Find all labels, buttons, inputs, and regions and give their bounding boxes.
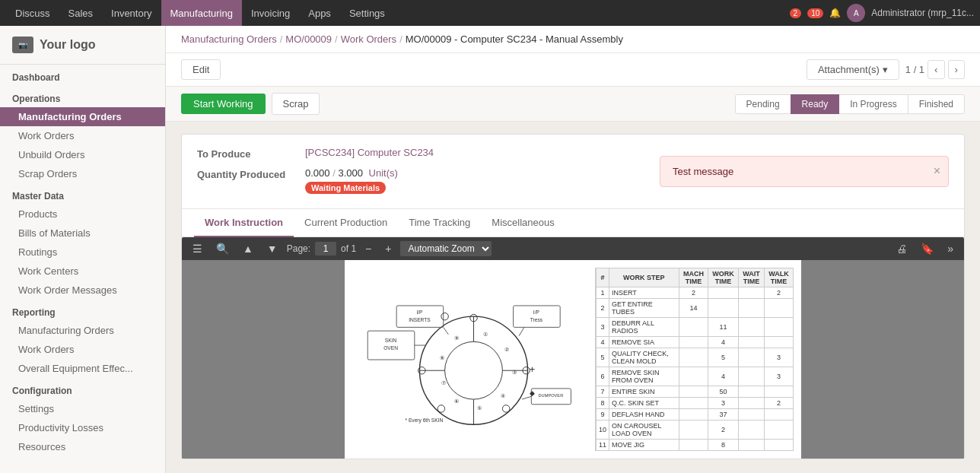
- pdf-bookmark-btn[interactable]: 🔖: [916, 240, 938, 257]
- work-step-cell: 11: [597, 440, 609, 451]
- avatar: A: [847, 4, 865, 22]
- svg-text:+: +: [529, 363, 535, 375]
- work-step-row: 5QUALITY CHECK, CLEAN MOLD53: [597, 348, 794, 367]
- work-step-cell: DEFLASH HAND: [609, 409, 679, 421]
- next-button[interactable]: ›: [948, 60, 965, 79]
- pdf-viewer: ☰ 🔍 ▲ ▼ Page: of 1 − + Automatic Zoom: [182, 237, 964, 459]
- svg-text:③: ③: [512, 369, 517, 374]
- tab-miscellaneous[interactable]: Miscellaneous: [481, 209, 565, 237]
- sidebar-item-reporting-work-orders[interactable]: Work Orders: [0, 340, 165, 359]
- edit-button[interactable]: Edit: [181, 59, 221, 80]
- col-work-step: WORK STEP: [609, 268, 679, 287]
- work-step-cell: [739, 318, 765, 337]
- pdf-zoom-out-btn[interactable]: −: [361, 240, 376, 257]
- stage-ready[interactable]: Ready: [791, 94, 840, 114]
- pdf-toolbar: ☰ 🔍 ▲ ▼ Page: of 1 − + Automatic Zoom: [182, 237, 964, 260]
- breadcrumb-work-orders[interactable]: Work Orders: [341, 33, 396, 45]
- sidebar-item-bills-of-materials[interactable]: Bills of Materials: [0, 224, 165, 243]
- work-step-cell: [679, 318, 708, 337]
- tab-time-tracking[interactable]: Time Tracking: [398, 209, 481, 237]
- nav-discuss[interactable]: Discuss: [6, 0, 59, 26]
- work-step-cell: [765, 421, 794, 440]
- work-step-row: 8Q.C. SKIN SET32: [597, 398, 794, 409]
- nav-apps[interactable]: Apps: [299, 0, 340, 26]
- work-step-cell: 50: [708, 386, 739, 398]
- prev-button[interactable]: ‹: [928, 60, 944, 79]
- pdf-next-page-btn[interactable]: ▼: [262, 240, 282, 257]
- nav-inventory[interactable]: Inventory: [102, 0, 161, 26]
- sidebar-item-oee[interactable]: Overall Equipment Effec...: [0, 359, 165, 378]
- sidebar-section-dashboard: Dashboard: [0, 65, 165, 86]
- pdf-print-btn[interactable]: 🖨: [892, 240, 912, 257]
- work-step-cell: [679, 337, 708, 348]
- pdf-more-btn[interactable]: »: [943, 240, 958, 257]
- work-step-cell: 2: [765, 287, 794, 299]
- start-working-button[interactable]: Start Working: [181, 94, 266, 114]
- work-step-cell: [739, 367, 765, 386]
- nav-invoicing[interactable]: Invoicing: [242, 0, 299, 26]
- sidebar-item-resources[interactable]: Resources: [0, 437, 165, 456]
- pdf-page-input[interactable]: [315, 242, 336, 256]
- sidebar-item-manufacturing-orders[interactable]: Manufacturing Orders: [0, 107, 165, 126]
- sidebar-item-productivity-losses[interactable]: Productivity Losses: [0, 418, 165, 437]
- qty-produced-row: Quantity Produced 0.000 / 3.000 Unit(s) …: [197, 167, 644, 194]
- sidebar-item-config-settings[interactable]: Settings: [0, 399, 165, 418]
- sidebar-item-scrap-orders[interactable]: Scrap Orders: [0, 164, 165, 183]
- work-step-row: 9DEFLASH HAND37: [597, 409, 794, 421]
- breadcrumb-sep-1: /: [280, 33, 283, 45]
- tab-work-instruction[interactable]: Work Instruction: [194, 209, 294, 237]
- sidebar-item-routings[interactable]: Routings: [0, 243, 165, 262]
- pdf-prev-page-btn[interactable]: ▲: [238, 240, 258, 257]
- stage-pending[interactable]: Pending: [735, 94, 791, 114]
- svg-point-18: [441, 313, 448, 319]
- work-steps-table: # WORK STEP MACH TIME WORK TIME WAIT TIM…: [596, 268, 794, 451]
- work-step-cell: 5: [597, 348, 609, 367]
- sidebar-item-reporting-mfg-orders[interactable]: Manufacturing Orders: [0, 321, 165, 340]
- svg-text:DUMPOVER: DUMPOVER: [538, 393, 563, 398]
- alert-close-button[interactable]: ×: [934, 164, 940, 178]
- user-name[interactable]: Administrator (mrp_11c...: [871, 8, 974, 18]
- sidebar-item-work-orders[interactable]: Work Orders: [0, 126, 165, 145]
- breadcrumb-mfg-orders[interactable]: Manufacturing Orders: [181, 33, 277, 45]
- nav-settings[interactable]: Settings: [340, 0, 394, 26]
- logo-text: Your logo: [40, 38, 95, 52]
- pdf-sidebar-btn[interactable]: ☰: [188, 240, 207, 257]
- badge-c2[interactable]: 2: [790, 8, 802, 18]
- sidebar-section-reporting: Reporting: [0, 300, 165, 321]
- sidebar-section-master-data: Master Data: [0, 183, 165, 205]
- stage-finished[interactable]: Finished: [908, 94, 965, 114]
- work-step-cell: [708, 299, 739, 318]
- breadcrumb-current: MO/00009 - Computer SC234 - Manual Assem…: [406, 33, 623, 45]
- alert-message: Test message: [673, 166, 733, 177]
- qty-unit: Unit(s): [369, 167, 398, 179]
- tab-current-production[interactable]: Current Production: [294, 209, 398, 237]
- work-step-cell: [739, 337, 765, 348]
- work-step-cell: [679, 409, 708, 421]
- machine-sketch: SKIN OVEN I/P INSERTS: [352, 268, 596, 451]
- sidebar-item-work-order-messages[interactable]: Work Order Messages: [0, 281, 165, 300]
- work-step-row: 10ON CAROUSEL LOAD OVEN2: [597, 421, 794, 440]
- col-work-time: WORK TIME: [708, 268, 739, 287]
- stage-in-progress[interactable]: In Progress: [838, 94, 908, 114]
- nav-sales[interactable]: Sales: [59, 0, 103, 26]
- qty-value-group: 0.000 / 3.000 Unit(s) Waiting Materials: [305, 167, 398, 194]
- scrap-button[interactable]: Scrap: [272, 93, 320, 115]
- work-step-cell: 14: [679, 299, 708, 318]
- sidebar-item-products[interactable]: Products: [0, 205, 165, 224]
- svg-text:⑥: ⑥: [454, 398, 459, 403]
- sidebar-item-unbuild-orders[interactable]: Unbuild Orders: [0, 145, 165, 164]
- to-produce-value[interactable]: [PCSC234] Computer SC234: [305, 147, 434, 158]
- attachment-button[interactable]: Attachment(s) ▾: [807, 59, 899, 80]
- work-step-cell: GET ENTIRE TUBES: [609, 299, 679, 318]
- svg-text:⑨: ⑨: [454, 335, 459, 341]
- work-step-cell: [679, 386, 708, 398]
- badge-10[interactable]: 10: [807, 8, 823, 18]
- pdf-zoom-in-btn[interactable]: +: [380, 240, 396, 257]
- nav-manufacturing[interactable]: Manufacturing: [161, 0, 242, 26]
- pdf-search-btn[interactable]: 🔍: [212, 240, 234, 257]
- sidebar-item-work-centers[interactable]: Work Centers: [0, 262, 165, 281]
- breadcrumb-mo[interactable]: MO/00009: [285, 33, 332, 45]
- pdf-zoom-select[interactable]: Automatic Zoom: [400, 241, 492, 256]
- work-step-row: 4REMOVE SIA4: [597, 337, 794, 348]
- notification-icon[interactable]: 🔔: [829, 8, 841, 18]
